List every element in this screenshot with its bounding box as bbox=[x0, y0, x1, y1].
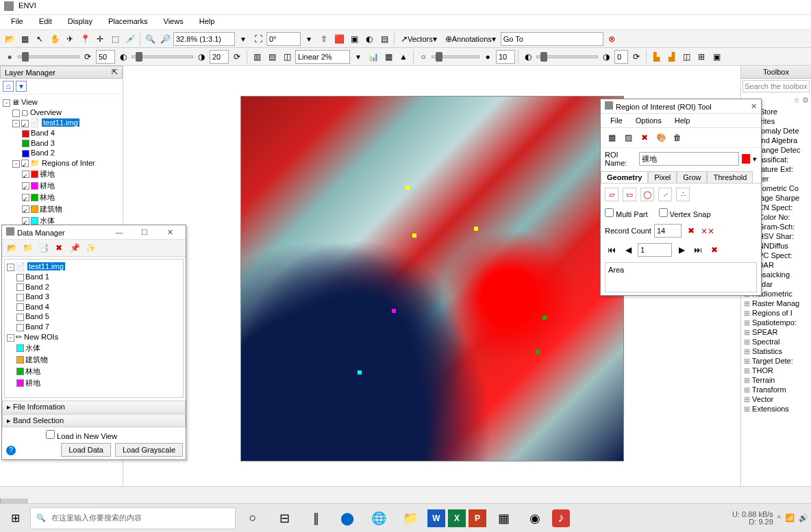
roi-new-icon[interactable]: ▦ bbox=[605, 131, 619, 144]
tree-roi[interactable]: 建筑物 bbox=[40, 205, 62, 213]
close-button[interactable]: ✕ bbox=[158, 228, 182, 237]
roi-color-icon[interactable]: 🎨 bbox=[654, 131, 668, 144]
toolbox-item[interactable]: THOR bbox=[744, 366, 811, 375]
dm-band[interactable]: Band 5 bbox=[25, 312, 49, 320]
tree-checkbox[interactable] bbox=[16, 283, 24, 291]
toolbox-search[interactable]: Search the toolbox bbox=[743, 80, 810, 92]
vectors-menu[interactable]: ↗ Vectors ▾ bbox=[397, 32, 440, 46]
toolbox-item[interactable]: Transform bbox=[744, 385, 811, 394]
roi-menu-help[interactable]: Help bbox=[669, 115, 696, 126]
toolbox-item[interactable]: SPEAR bbox=[744, 327, 811, 337]
system-tray[interactable]: U: 0.88 kB/s D: 9.28 ^ 📶 🔊 bbox=[732, 511, 808, 526]
dm-band[interactable]: Band 1 bbox=[25, 273, 49, 281]
explorer-icon[interactable]: 📁 bbox=[396, 506, 425, 531]
crosshair-icon[interactable]: ✛ bbox=[93, 32, 107, 46]
dm-roi-folder[interactable]: New ROIs bbox=[24, 333, 58, 341]
tree-checkbox[interactable] bbox=[21, 160, 29, 167]
load-data-button[interactable]: Load Data bbox=[61, 443, 111, 457]
toolbox-item[interactable]: Terrain bbox=[744, 375, 811, 385]
trans-value[interactable] bbox=[496, 50, 515, 64]
excel-icon[interactable]: X bbox=[448, 509, 466, 527]
dm-image[interactable]: test11.img bbox=[27, 262, 65, 270]
contrast2-icon[interactable]: ◐ bbox=[116, 50, 130, 64]
satellite-image[interactable] bbox=[240, 96, 624, 461]
goto-go-icon[interactable]: ⊗ bbox=[605, 32, 619, 46]
rotation-dd[interactable]: ▾ bbox=[302, 32, 316, 46]
dm-pin-icon[interactable]: 📌 bbox=[68, 241, 82, 255]
load-new-view-checkbox[interactable]: Load in New View bbox=[5, 430, 117, 440]
toolbox-item[interactable]: Spatiotempo: bbox=[744, 318, 811, 327]
blend-refresh-icon[interactable]: ⟳ bbox=[629, 50, 643, 64]
tree-checkbox[interactable] bbox=[21, 120, 29, 127]
sharpen-icon[interactable]: ▲ bbox=[397, 50, 410, 64]
roi-polyline-icon[interactable]: ⟋ bbox=[658, 188, 672, 201]
toolbox-item[interactable]: Regions of I bbox=[744, 308, 811, 318]
tree-checkbox[interactable] bbox=[16, 274, 24, 281]
pin-icon[interactable]: 📍 bbox=[78, 32, 92, 46]
tree-checkbox[interactable] bbox=[16, 294, 24, 301]
tree-checkbox[interactable] bbox=[22, 217, 29, 225]
nav-del-icon[interactable]: ✖ bbox=[708, 243, 721, 257]
dm-band[interactable]: Band 2 bbox=[25, 283, 49, 291]
palette-icon[interactable]: ▦ bbox=[382, 50, 395, 64]
roi-tab-geometry[interactable]: Geometry bbox=[601, 171, 648, 183]
select-icon[interactable]: ⬚ bbox=[108, 32, 122, 46]
contrast-icon[interactable]: ◐ bbox=[362, 32, 376, 46]
dm-roi[interactable]: 耕地 bbox=[25, 379, 40, 387]
dm-close-icon[interactable]: 📁 bbox=[21, 241, 34, 255]
rgb-icon[interactable]: 🟥 bbox=[332, 32, 346, 46]
tree-checkbox[interactable] bbox=[22, 182, 29, 190]
tree-toggle[interactable]: - bbox=[7, 334, 14, 342]
blend2-icon[interactable]: ◑ bbox=[599, 50, 613, 64]
brightness-value[interactable] bbox=[96, 50, 115, 64]
taskbar-search[interactable]: 🔍 在这里输入你要搜索的内容 bbox=[30, 507, 236, 529]
menu-edit[interactable]: Edit bbox=[32, 15, 59, 27]
record-delall-icon[interactable]: ⨯⨯ bbox=[701, 224, 714, 238]
trans-full-icon[interactable]: ● bbox=[481, 50, 495, 64]
roi-rect-icon[interactable]: ▭ bbox=[623, 188, 636, 201]
toolbox-item[interactable]: Vector bbox=[744, 394, 811, 404]
menu-display[interactable]: Display bbox=[61, 15, 99, 27]
start-button[interactable]: ⊞ bbox=[3, 506, 27, 531]
toolbox-item[interactable]: Extensions bbox=[744, 404, 811, 414]
layer-manager-pin-icon[interactable]: ⇱ bbox=[112, 68, 118, 77]
dm-roi[interactable]: 建筑物 bbox=[25, 355, 48, 364]
taskbar-app-icon[interactable]: ⬤ bbox=[333, 506, 362, 531]
menu-help[interactable]: Help bbox=[192, 15, 222, 27]
tree-toggle[interactable]: - bbox=[7, 264, 14, 271]
toolbox-item[interactable]: Statistics bbox=[744, 346, 811, 356]
cursor-val-icon[interactable]: ▣ bbox=[347, 32, 361, 46]
zoom-out-icon[interactable]: 🔍 bbox=[143, 32, 157, 46]
toolbox-item[interactable]: Target Dete: bbox=[744, 356, 811, 366]
layer-dd-icon[interactable]: ▾ bbox=[16, 81, 27, 92]
roi-dup-icon[interactable]: ▨ bbox=[621, 131, 635, 144]
scatter-icon[interactable]: ⊞ bbox=[695, 50, 708, 64]
portal-icon[interactable]: ▣ bbox=[710, 50, 723, 64]
roi-titlebar[interactable]: Region of Interest (ROI) Tool ✕ bbox=[601, 99, 761, 114]
roi-color-swatch[interactable] bbox=[742, 154, 750, 164]
nav-prev-icon[interactable]: ◀ bbox=[621, 243, 635, 257]
tree-roi[interactable]: 水体 bbox=[40, 216, 55, 225]
roi-menu-file[interactable]: File bbox=[605, 115, 628, 126]
data-manager-tree[interactable]: -📄 test11.img Band 1 Band 2 Band 3 Band … bbox=[4, 259, 184, 398]
roi-menu-options[interactable]: Options bbox=[630, 115, 667, 126]
yprof-icon[interactable]: ▟ bbox=[664, 50, 678, 64]
roi-color-dd[interactable]: ▾ bbox=[753, 155, 757, 164]
tree-checkbox[interactable] bbox=[22, 194, 29, 201]
vertex-snap-checkbox[interactable]: Vertex Snap bbox=[659, 208, 711, 218]
zoom-combo[interactable] bbox=[173, 32, 235, 46]
roi-name-input[interactable] bbox=[639, 152, 739, 166]
tree-roi[interactable]: 耕地 bbox=[40, 181, 55, 190]
menu-file[interactable]: File bbox=[4, 15, 30, 27]
tree-roi[interactable]: 林地 bbox=[40, 193, 55, 201]
toolbox-item[interactable]: Raster Manag bbox=[744, 299, 811, 308]
contrast-slider[interactable] bbox=[132, 55, 193, 58]
dm-roi[interactable]: 林地 bbox=[25, 367, 40, 375]
maximize-button[interactable]: ☐ bbox=[133, 228, 156, 237]
xprof-icon[interactable]: ▙ bbox=[649, 50, 663, 64]
nav-last-icon[interactable]: ⏭ bbox=[691, 243, 705, 257]
contrast-reset-icon[interactable]: ◑ bbox=[195, 50, 208, 64]
trans-icon[interactable]: ○ bbox=[416, 50, 430, 64]
tree-checkbox[interactable] bbox=[22, 170, 29, 178]
brightness-slider[interactable] bbox=[18, 55, 79, 58]
